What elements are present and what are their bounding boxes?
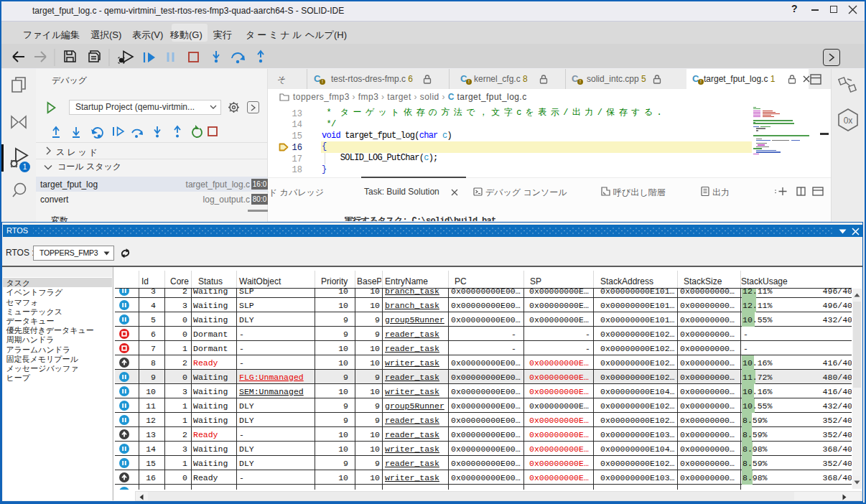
svg-text:0x: 0x	[844, 116, 853, 126]
